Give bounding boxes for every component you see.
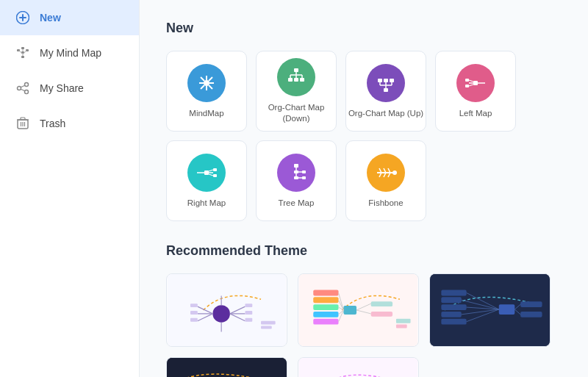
svg-point-13 xyxy=(18,87,21,90)
left-card-icon xyxy=(456,64,495,102)
svg-rect-43 xyxy=(390,79,394,82)
svg-line-54 xyxy=(469,80,473,82)
svg-rect-53 xyxy=(465,85,469,87)
trash-icon xyxy=(15,115,31,132)
svg-rect-70 xyxy=(302,170,306,173)
fishbone-card-icon xyxy=(367,154,405,192)
svg-rect-121 xyxy=(441,304,466,310)
org-up-card-label: Org-Chart Map (Up) xyxy=(348,108,423,119)
mindmap-card-label: MindMap xyxy=(189,108,223,119)
org-down-card-icon xyxy=(277,58,315,96)
svg-rect-96 xyxy=(245,318,252,322)
svg-rect-101 xyxy=(313,290,338,296)
sidebar-item-my-share[interactable]: My Share xyxy=(0,71,139,106)
map-cards-grid: MindMap Org-Chart Map (Down) xyxy=(166,51,562,221)
right-card-label: Right Map xyxy=(187,198,226,209)
svg-rect-94 xyxy=(245,304,252,307)
theme-card-3[interactable] xyxy=(429,273,551,347)
map-card-org-down[interactable]: Org-Chart Map (Down) xyxy=(256,51,337,132)
theme-card-5[interactable] xyxy=(298,357,419,377)
svg-rect-120 xyxy=(441,297,461,303)
svg-point-14 xyxy=(25,90,29,94)
svg-rect-115 xyxy=(396,319,411,323)
recommended-section-title: Recommended Theme xyxy=(166,243,562,259)
svg-rect-116 xyxy=(396,325,407,328)
svg-line-61 xyxy=(209,170,213,171)
svg-rect-68 xyxy=(294,176,298,179)
svg-rect-123 xyxy=(441,319,466,325)
svg-rect-119 xyxy=(441,290,466,296)
tree-card-label: Tree Map xyxy=(279,198,315,209)
new-section-title: New xyxy=(166,21,562,36)
svg-line-29 xyxy=(209,77,212,81)
sidebar-item-label: My Mind Map xyxy=(40,47,101,59)
svg-line-62 xyxy=(209,174,213,176)
svg-rect-97 xyxy=(261,321,276,325)
svg-rect-7 xyxy=(21,56,24,58)
sidebar: New My Mind Map xyxy=(0,0,140,377)
svg-point-12 xyxy=(25,83,29,87)
svg-rect-130 xyxy=(520,312,542,317)
map-card-mindmap[interactable]: MindMap xyxy=(166,51,247,132)
svg-line-31 xyxy=(209,85,212,89)
svg-rect-64 xyxy=(294,164,298,168)
svg-rect-60 xyxy=(213,174,217,177)
share-icon xyxy=(15,80,31,96)
sidebar-item-label: My Share xyxy=(40,82,84,94)
svg-point-82 xyxy=(212,305,230,323)
svg-rect-105 xyxy=(313,319,338,325)
svg-rect-100 xyxy=(343,306,356,315)
theme-card-1[interactable] xyxy=(166,273,287,347)
svg-rect-42 xyxy=(384,79,388,82)
theme-card-2[interactable] xyxy=(298,273,419,347)
tree-card-icon xyxy=(277,154,315,192)
svg-rect-39 xyxy=(294,78,298,82)
svg-rect-111 xyxy=(371,301,392,306)
map-icon xyxy=(15,45,31,61)
svg-rect-93 xyxy=(190,318,198,322)
svg-rect-112 xyxy=(371,312,392,317)
fishbone-card-label: Fishbone xyxy=(368,198,403,209)
svg-rect-104 xyxy=(313,312,338,317)
map-card-tree[interactable]: Tree Map xyxy=(256,140,337,221)
map-card-left[interactable]: Left Map xyxy=(435,51,516,132)
right-card-icon xyxy=(187,154,226,192)
svg-rect-4 xyxy=(21,47,24,49)
svg-rect-49 xyxy=(384,88,388,92)
svg-line-15 xyxy=(21,85,25,87)
main-content: New MindMap xyxy=(140,0,588,377)
theme-grid xyxy=(166,273,562,377)
sidebar-item-label: New xyxy=(40,12,61,24)
map-card-right[interactable]: Right Map xyxy=(166,140,247,221)
svg-rect-92 xyxy=(190,311,198,315)
svg-rect-19 xyxy=(21,118,25,120)
svg-rect-32 xyxy=(294,68,298,72)
svg-line-55 xyxy=(469,85,473,86)
svg-line-28 xyxy=(201,77,204,81)
svg-rect-50 xyxy=(473,81,478,85)
svg-rect-118 xyxy=(499,304,515,315)
svg-rect-38 xyxy=(288,78,293,82)
svg-point-74 xyxy=(392,170,397,175)
svg-rect-57 xyxy=(204,170,209,175)
svg-rect-102 xyxy=(313,297,338,303)
map-card-org-up[interactable]: Org-Chart Map (Up) xyxy=(345,51,426,132)
svg-rect-41 xyxy=(378,79,382,82)
sidebar-item-label: Trash xyxy=(40,118,65,129)
svg-rect-66 xyxy=(294,170,298,173)
org-down-card-label: Org-Chart Map (Down) xyxy=(257,102,336,124)
sidebar-item-my-mind-map[interactable]: My Mind Map xyxy=(0,35,139,71)
org-up-card-icon xyxy=(367,64,405,102)
sidebar-item-trash[interactable]: Trash xyxy=(0,106,139,141)
svg-rect-52 xyxy=(465,79,469,82)
theme-card-4[interactable] xyxy=(166,357,287,377)
svg-point-23 xyxy=(204,80,209,86)
svg-rect-103 xyxy=(313,304,338,310)
svg-line-30 xyxy=(201,85,204,89)
svg-rect-122 xyxy=(441,312,461,317)
svg-rect-40 xyxy=(300,78,304,82)
sidebar-item-new[interactable]: New xyxy=(0,0,139,35)
svg-rect-72 xyxy=(302,176,306,179)
svg-rect-129 xyxy=(520,301,542,307)
map-card-fishbone[interactable]: Fishbone xyxy=(345,140,426,221)
